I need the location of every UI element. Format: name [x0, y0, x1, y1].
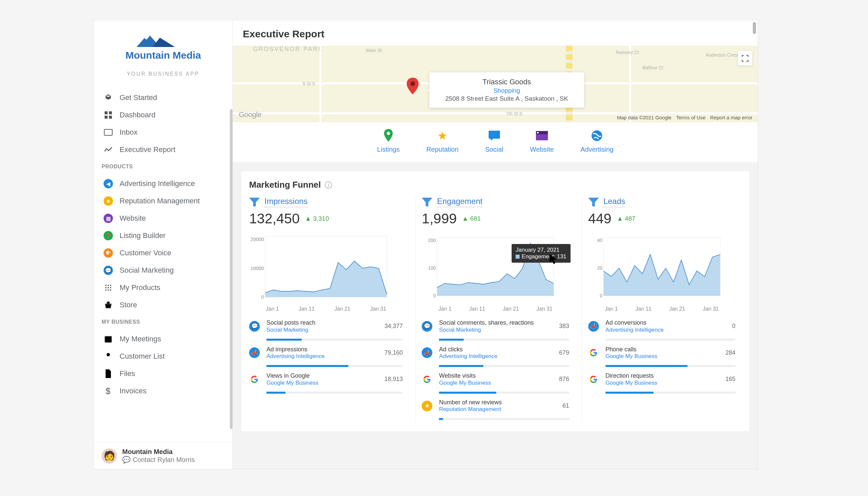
sidebar-item-get-started[interactable]: Get Started — [94, 89, 232, 106]
metric-source: Advertising Intelligence — [267, 353, 380, 360]
product-icon: 🗣 — [103, 248, 113, 258]
svg-rect-3 — [105, 116, 108, 119]
metric-name: Views in Google — [267, 372, 380, 380]
metric-row[interactable]: 📣 Ad clicks Advertising Intelligence 679 — [422, 343, 569, 370]
page-title: Executive Report — [233, 20, 758, 46]
browser-icon — [535, 128, 549, 143]
funnel-chart[interactable]: 01000020000 Jan 1Jan 11Jan 21Jan 31 — [249, 230, 403, 312]
product-icon — [103, 300, 113, 310]
funnel-delta: ▲ 3,310 — [305, 215, 329, 222]
metric-value: 679 — [559, 349, 569, 356]
svg-point-14 — [110, 289, 111, 291]
metric-source: Advertising Intelligence — [439, 353, 555, 360]
svg-text:0: 0 — [433, 293, 436, 298]
terms-link[interactable]: Terms of Use — [676, 115, 705, 120]
sidebar-item-customer-list[interactable]: Customer List — [94, 348, 232, 365]
google-logo: Google — [239, 110, 261, 119]
nav-icon: $ — [103, 386, 113, 396]
metric-value: 0 — [732, 323, 736, 330]
funnel-card-leads: Leads 449 ▲ 487 02040 Jan 1Jan 11Jan 21J… — [582, 197, 741, 423]
sidebar-item-label: Dashboard — [119, 111, 156, 119]
page-scrollbar[interactable] — [753, 22, 756, 34]
metric-row[interactable]: ★ Number of new reviews Reputation Manag… — [422, 396, 569, 423]
metric-row[interactable]: Website visits Google My Business 876 — [422, 370, 569, 396]
product-icon: ▦ — [103, 214, 113, 223]
sidebar-item-executive-report[interactable]: Executive Report — [94, 141, 232, 158]
funnel-chart[interactable]: 02040 Jan 1Jan 11Jan 21Jan 31 — [588, 230, 736, 312]
sidebar-item-social-marketing[interactable]: 💬Social Marketing — [94, 262, 232, 279]
metric-list: 💬 Social comments, shares, reactions Soc… — [422, 317, 569, 423]
metric-row[interactable]: Phone calls Google My Business 284 — [588, 343, 736, 370]
tab-website[interactable]: Website — [530, 128, 554, 153]
svg-rect-15 — [105, 336, 112, 342]
metric-icon: 📣 — [249, 347, 260, 358]
category-tabs: Listings ★ Reputation Social Website — [233, 122, 758, 162]
sidebar-item-my-products[interactable]: My Products — [94, 279, 232, 296]
metric-list: 💬 Social posts reach Social Marketing 34… — [249, 317, 403, 396]
sidebar-item-label: Files — [119, 369, 135, 378]
report-error-link[interactable]: Report a map error — [710, 115, 752, 120]
metric-row[interactable]: 💬 Social comments, shares, reactions Soc… — [422, 317, 569, 343]
sidebar-item-invoices[interactable]: $ Invoices — [94, 382, 232, 400]
sidebar-item-inbox[interactable]: Inbox — [94, 124, 232, 141]
tab-social[interactable]: Social — [485, 128, 503, 153]
svg-point-19 — [411, 81, 415, 86]
metric-row[interactable]: 💬 Social posts reach Social Marketing 34… — [249, 317, 403, 343]
metric-bar — [439, 365, 569, 367]
metric-source: Google My Business — [267, 380, 380, 386]
metric-value: 18,913 — [384, 376, 403, 383]
brand-logo: Mountain Media YOUR BUSINESS APP — [94, 20, 232, 86]
svg-text:200: 200 — [428, 238, 436, 243]
brand-tagline: YOUR BUSINESS APP — [100, 71, 226, 77]
map-info-card: Triassic Goods Shopping 2508 8 Street Ea… — [429, 72, 584, 108]
metric-source: Google My Business — [606, 353, 721, 360]
fullscreen-button[interactable] — [738, 51, 752, 66]
metric-row[interactable]: 📣 Ad impressions Advertising Intelligenc… — [249, 343, 403, 370]
svg-point-9 — [105, 287, 107, 288]
business-map[interactable]: GROSVENOR PARK 8 St E 7th St E Main St R… — [233, 46, 758, 122]
tab-listings[interactable]: Listings — [377, 128, 400, 153]
sidebar-item-label: Get Started — [119, 93, 157, 102]
metric-bar — [439, 339, 569, 341]
business-name: Triassic Goods — [445, 78, 568, 86]
svg-rect-24 — [537, 132, 539, 133]
info-icon[interactable]: i — [325, 181, 332, 189]
sidebar-item-website[interactable]: ▦Website — [94, 210, 232, 227]
tab-advertising[interactable]: Advertising — [581, 128, 613, 153]
metric-value: 61 — [563, 402, 569, 409]
metric-bar — [606, 365, 736, 367]
svg-point-20 — [387, 132, 390, 135]
nav-icon — [103, 145, 113, 154]
metric-bar — [267, 339, 403, 341]
funnel-title[interactable]: Leads — [604, 197, 625, 207]
tab-reputation[interactable]: ★ Reputation — [426, 128, 459, 153]
nav-icon — [103, 369, 113, 378]
product-icon: 📍 — [103, 231, 113, 240]
metric-row[interactable]: Views in Google Google My Business 18,91… — [249, 370, 403, 396]
metric-icon: 💬 — [249, 321, 260, 332]
sidebar-item-advertising-intelligence[interactable]: ◀Advertising Intelligence — [94, 175, 232, 192]
contact-card[interactable]: 🧑 Mountain Media 💬 Contact Rylan Morris — [94, 442, 232, 469]
sidebar-item-my-meetings[interactable]: My Meetings — [94, 330, 232, 348]
sidebar-scrollbar[interactable] — [230, 109, 232, 429]
sidebar: Mountain Media YOUR BUSINESS APP Get Sta… — [94, 20, 233, 469]
funnel-title[interactable]: Impressions — [264, 197, 307, 207]
business-category[interactable]: Shopping — [445, 87, 568, 94]
sidebar-item-reputation-management[interactable]: ★Reputation Management — [94, 192, 232, 210]
svg-point-11 — [110, 287, 111, 288]
funnel-title[interactable]: Engagement — [437, 197, 482, 207]
sidebar-item-store[interactable]: Store — [94, 296, 232, 314]
sidebar-item-dashboard[interactable]: Dashboard — [94, 106, 232, 124]
sidebar-item-listing-builder[interactable]: 📍Listing Builder — [94, 227, 232, 244]
funnel-total: 1,999 — [422, 211, 457, 227]
sidebar-item-customer-voice[interactable]: 🗣Customer Voice — [94, 244, 232, 262]
nav-icon — [103, 128, 113, 137]
metric-name: Phone calls — [606, 346, 721, 353]
svg-text:0: 0 — [261, 294, 264, 300]
funnel-chart[interactable]: 0100200 January 27, 2021 Engagement: 131… — [422, 230, 569, 312]
sidebar-item-files[interactable]: Files — [94, 365, 232, 382]
metric-row[interactable]: Direction requests Google My Business 16… — [588, 370, 736, 396]
star-icon: ★ — [435, 128, 450, 143]
products-header: PRODUCTS — [94, 161, 232, 172]
x-axis: Jan 1Jan 11Jan 21Jan 31 — [588, 305, 736, 312]
